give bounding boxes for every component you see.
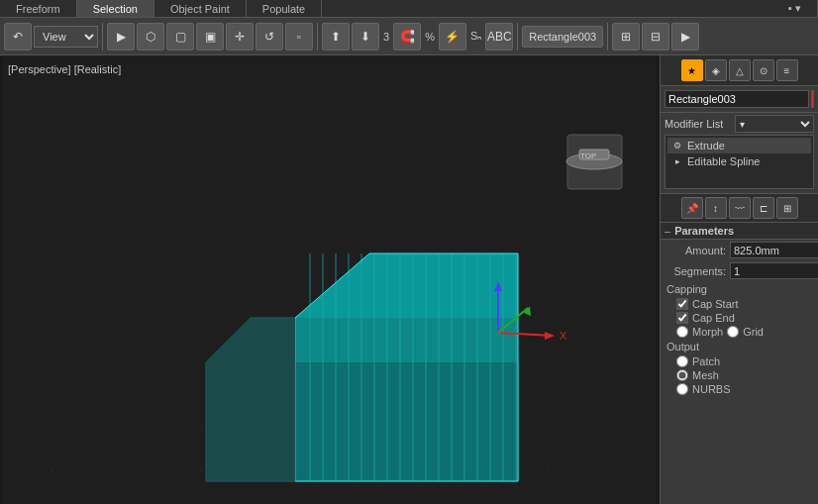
panel-icon-camera[interactable]: ◈	[705, 59, 727, 81]
toolbar-btn-7[interactable]: ▫	[285, 23, 313, 50]
toolbar-percent: %	[423, 31, 437, 43]
toolbar-btn-2[interactable]: ⬡	[137, 23, 164, 50]
object-name-input[interactable]	[665, 90, 809, 108]
morph-radio[interactable]	[676, 326, 688, 338]
toolbar-btn-3[interactable]: ▢	[166, 23, 194, 50]
mesh-radio[interactable]	[676, 369, 688, 381]
toolbar-btn-8[interactable]: ⬆	[322, 23, 350, 50]
toolbar-btn-edit1[interactable]: ⊞	[612, 23, 640, 50]
params-section: – Parameters Amount: ▲ ▼ Segments: ▲ ▼	[661, 223, 818, 504]
modifier-editable-spline-label: Editable Spline	[687, 155, 760, 167]
modifier-list-box: ⚙ Extrude ▸ Editable Spline	[665, 135, 814, 189]
cap-end-label: Cap End	[692, 312, 735, 324]
main-area: [Perspective] [Realistic]	[0, 55, 818, 504]
cap-start-row: Cap Start	[661, 297, 818, 311]
cap-start-checkbox[interactable]	[676, 298, 688, 310]
toolbar-btn-5[interactable]: ✛	[226, 23, 254, 50]
toolbar-btn-undo[interactable]: ↶	[4, 23, 32, 50]
tab-populate[interactable]: Populate	[247, 0, 322, 17]
tab-extra[interactable]: ▪ ▾	[772, 0, 818, 17]
svg-point-11	[547, 431, 549, 433]
separator-3	[517, 23, 518, 50]
toolbar-btn-edit2[interactable]: ⊟	[642, 23, 669, 50]
separator-4	[607, 23, 608, 50]
panel-tab-more[interactable]: ⊞	[776, 197, 798, 219]
toolbar-btn-4[interactable]: ▣	[196, 23, 224, 50]
tab-selection[interactable]: Selection	[77, 0, 154, 17]
output-header: Output	[661, 339, 818, 354]
tab-freeform[interactable]: Freeform	[0, 0, 77, 17]
panel-icon-light[interactable]: ★	[681, 59, 703, 81]
nurbs-row: NURBS	[661, 382, 818, 396]
panel-tab-move[interactable]: ↕	[705, 197, 727, 219]
toolbar-btn-1[interactable]: ▶	[107, 23, 135, 50]
parameters-header[interactable]: – Parameters	[661, 223, 818, 240]
toolbar-btn-magnet[interactable]: 🧲	[393, 23, 421, 50]
patch-label: Patch	[692, 355, 720, 367]
amount-label: Amount:	[666, 245, 726, 256]
extrude-icon: ⚙	[671, 140, 683, 151]
morph-label: Morph	[692, 326, 723, 338]
separator-1	[102, 23, 103, 50]
viewport-label: [Perspective] [Realistic]	[8, 63, 121, 75]
svg-point-15	[151, 470, 153, 472]
patch-radio[interactable]	[676, 355, 688, 367]
toolbar-btn-6[interactable]: ↺	[256, 23, 283, 50]
panel-tab-curve[interactable]: 〰	[729, 197, 751, 219]
toolbar-btn-9[interactable]: ⬇	[352, 23, 379, 50]
amount-row: Amount: ▲ ▼	[661, 240, 818, 260]
toolbar-btn-snap[interactable]: ⚡	[439, 23, 466, 50]
modifier-item-extrude[interactable]: ⚙ Extrude	[667, 138, 811, 153]
modifier-extrude-label: Extrude	[687, 140, 725, 151]
patch-row: Patch	[661, 354, 818, 368]
create-selection-btn[interactable]: Rectangle003	[522, 26, 603, 48]
toolbar-btn-abc[interactable]: ABC	[485, 23, 513, 50]
toolbar-sn: Sₙ	[468, 30, 483, 43]
segments-input[interactable]	[730, 262, 818, 279]
mesh-row: Mesh	[661, 368, 818, 382]
svg-point-12	[596, 431, 598, 433]
modifier-list-label: Modifier List ▾	[661, 113, 818, 135]
svg-point-23	[547, 470, 549, 472]
parameters-title: Parameters	[674, 225, 734, 237]
panel-icon-geo[interactable]: △	[729, 59, 751, 81]
svg-text:TOP: TOP	[580, 151, 596, 160]
mesh-label: Mesh	[692, 369, 719, 381]
tab-object-paint[interactable]: Object Paint	[154, 0, 247, 17]
panel-icon-row: ★ ◈ △ ⊙ ≡	[661, 55, 818, 86]
toolbar: ↶ View ▶ ⬡ ▢ ▣ ✛ ↺ ▫ ⬆ ⬇ 3 🧲 % ⚡ Sₙ ABC …	[0, 18, 818, 55]
capping-header: Capping	[661, 281, 818, 297]
tab-bar: Freeform Selection Object Paint Populate…	[0, 0, 818, 18]
panel-icon-util[interactable]: ≡	[776, 59, 798, 81]
morph-grid-row: Morph Grid	[661, 325, 818, 339]
svg-marker-27	[295, 318, 518, 362]
panel-icon-display[interactable]: ⊙	[753, 59, 774, 81]
toolbar-num: 3	[381, 31, 391, 43]
nurbs-radio[interactable]	[676, 383, 688, 395]
object-name-row	[661, 86, 818, 113]
cap-end-checkbox[interactable]	[676, 312, 688, 324]
segments-label: Segments:	[666, 265, 726, 277]
svg-marker-26	[295, 362, 518, 481]
view-select[interactable]: View	[34, 26, 98, 48]
cap-end-row: Cap End	[661, 311, 818, 325]
grid-radio[interactable]	[727, 326, 739, 338]
panel-tabs: 📌 ↕ 〰 ⊏ ⊞	[661, 193, 818, 223]
panel-tab-wire[interactable]: ⊏	[753, 197, 774, 219]
panel-tab-pin[interactable]: 📌	[681, 197, 703, 219]
modifier-item-editable-spline[interactable]: ▸ Editable Spline	[667, 153, 811, 169]
viewport[interactable]: [Perspective] [Realistic]	[0, 55, 660, 504]
cap-start-label: Cap Start	[692, 298, 738, 310]
right-panel: ★ ◈ △ ⊙ ≡ Modifier List ▾ ⚙ Extrude ▸	[660, 55, 818, 504]
svg-point-4	[200, 431, 202, 433]
toolbar-btn-edit3[interactable]: ▶	[671, 23, 699, 50]
amount-input[interactable]	[730, 242, 818, 258]
modifier-list-select[interactable]: ▾	[735, 115, 814, 133]
grid-label: Grid	[743, 326, 764, 338]
editable-spline-icon: ▸	[671, 155, 683, 167]
svg-text:X: X	[560, 330, 567, 342]
svg-point-3	[151, 431, 153, 433]
svg-point-14	[101, 470, 103, 472]
color-swatch[interactable]	[811, 90, 814, 108]
nurbs-label: NURBS	[692, 383, 731, 395]
